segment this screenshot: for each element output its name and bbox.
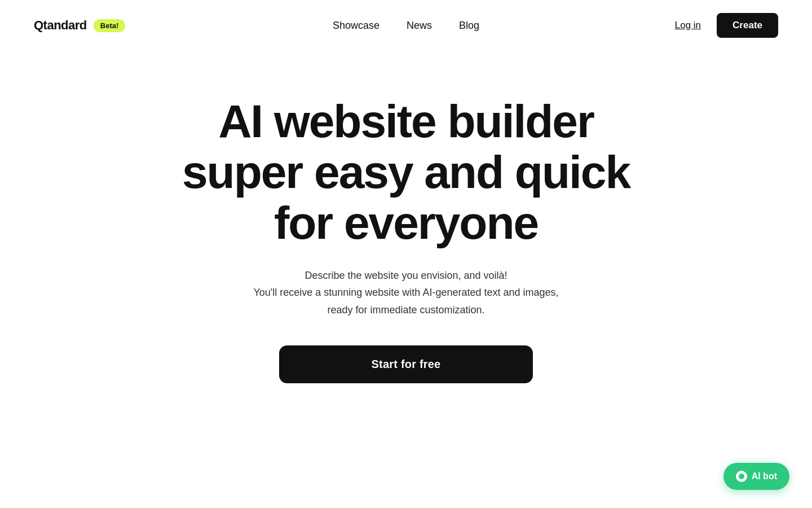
nav-right: Log in Create [668, 13, 778, 38]
navbar: Qtandard Beta! Showcase News Blog Log in… [0, 0, 812, 51]
login-button[interactable]: Log in [668, 15, 708, 36]
hero-section: AI website builder super easy and quick … [0, 51, 812, 417]
ai-bot-button[interactable]: AI bot [723, 463, 789, 490]
ai-bot-label: AI bot [752, 471, 777, 481]
hero-title-line1: AI website builder [218, 95, 594, 147]
site-logo[interactable]: Qtandard [34, 18, 87, 33]
nav-link-blog[interactable]: Blog [459, 20, 479, 32]
hero-title-line2: super easy and quick for everyone [182, 146, 630, 248]
hero-subtitle-line3: ready for immediate customization. [327, 304, 484, 316]
create-button[interactable]: Create [717, 13, 778, 38]
nav-link-showcase[interactable]: Showcase [333, 20, 379, 32]
beta-badge: Beta! [94, 19, 126, 32]
hero-title: AI website builder super easy and quick … [152, 96, 660, 249]
nav-link-news[interactable]: News [407, 20, 432, 32]
nav-left: Qtandard Beta! [34, 18, 125, 33]
start-free-button[interactable]: Start for free [279, 345, 533, 383]
nav-center: Showcase News Blog [333, 20, 479, 32]
hero-subtitle-line1: Describe the website you envision, and v… [304, 270, 507, 281]
hero-subtitle-line2: You'll receive a stunning website with A… [253, 287, 558, 298]
ai-bot-icon [736, 471, 747, 482]
hero-subtitle: Describe the website you envision, and v… [253, 267, 558, 319]
